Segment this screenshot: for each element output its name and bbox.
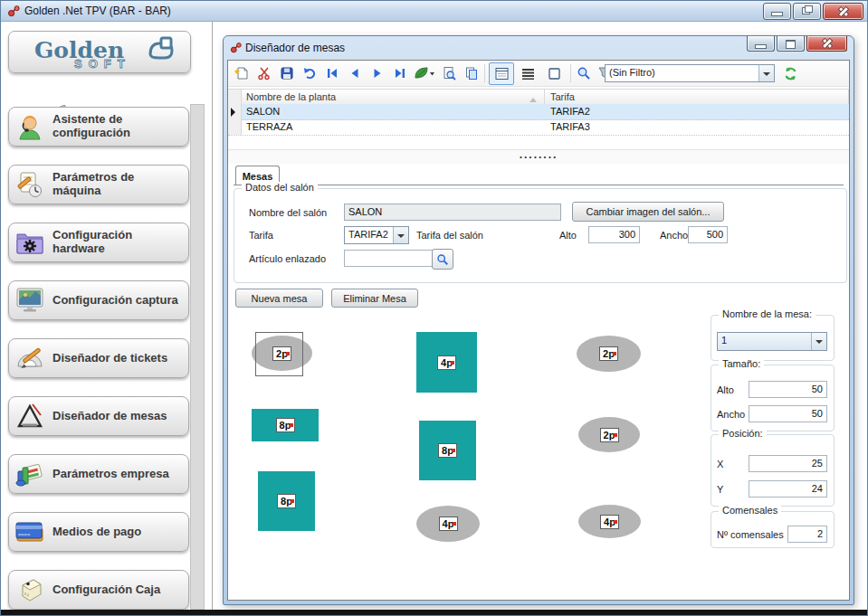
sidebar-scrollbar[interactable] [190, 104, 205, 610]
ancho-mesa-field[interactable]: 50 [749, 405, 827, 422]
main-titlebar[interactable]: Golden .Net TPV (BAR - BAR) [1, 1, 867, 22]
print-preview-icon[interactable] [441, 65, 457, 81]
mesa-table-7[interactable]: 2p [577, 336, 641, 372]
splitter-handle[interactable]: ........ [228, 149, 849, 164]
label-articulo-enlazado: Artículo enlazado [249, 253, 326, 264]
chevron-down-icon[interactable] [811, 333, 826, 350]
dialog-titlebar[interactable]: Diseñador de mesas [224, 36, 854, 60]
company-params-chart-icon [14, 460, 45, 488]
cell-planta: TERRAZA [241, 119, 545, 135]
mesa-capacity-label: 2p [272, 346, 291, 361]
sidebar-item-label: Parámetros de máquina [52, 171, 183, 197]
mesa-table-9[interactable]: 4p [578, 505, 641, 538]
next-record-icon[interactable] [369, 65, 386, 81]
mesa-table-8[interactable]: 2p [578, 417, 640, 452]
dialog-minimize-button[interactable] [747, 36, 775, 52]
sidebar-item-label: Medios de pago [52, 526, 141, 539]
filter-combobox[interactable]: (Sin Filtro) [605, 64, 775, 82]
num-comensales-field[interactable]: 2 [787, 526, 827, 543]
column-header-nombre-planta[interactable]: Nombre de la planta [241, 90, 545, 105]
copy-icon[interactable] [463, 65, 480, 81]
grid-row-terraza[interactable]: TERRAZA TARIFA3 [228, 119, 849, 136]
taskbar-strip [1, 610, 867, 615]
mesa-canvas[interactable]: 2p8p8p4p8p4p2p2p4p [228, 314, 717, 600]
filter-combobox-value: (Sin Filtro) [606, 65, 758, 81]
main-window-title: Golden .Net TPV (BAR - BAR) [24, 5, 171, 17]
column-header-tarifa[interactable]: Tarifa [545, 90, 849, 105]
main-close-button[interactable] [823, 3, 863, 20]
machine-params-icon [14, 170, 45, 199]
mesa-table-1[interactable]: 2p [252, 336, 312, 371]
sidebar-item-label: Configuración captura [52, 294, 178, 308]
save-icon[interactable] [279, 65, 295, 81]
page-view-icon[interactable] [541, 62, 567, 85]
sidebar-item-label: Configuración Caja [52, 583, 160, 597]
eliminar-mesa-button[interactable]: Eliminar Mesa [331, 289, 418, 308]
sidebar-item-parametros-maquina[interactable]: Parámetros de máquina [8, 165, 189, 204]
alto-salon-field[interactable]: 300 [588, 226, 640, 243]
dialog-title: Diseñador de mesas [245, 42, 345, 54]
goldensoft-logo-button[interactable]: Golden SOFT [8, 31, 191, 73]
mesa-table-5[interactable]: 8p [419, 421, 476, 480]
label-ancho-mesa: Ancho [717, 409, 745, 420]
sidebar-item-configuracion-hardware[interactable]: Configuración hardware [8, 223, 189, 262]
mesa-table-3[interactable]: 8p [258, 471, 315, 531]
main-restore-button[interactable] [793, 3, 821, 20]
mesa-capacity-label: 8p [438, 443, 457, 458]
svg-text:SOFT: SOFT [74, 57, 131, 71]
mesa-capacity-label: 4p [600, 515, 619, 529]
dialog-close-button[interactable] [806, 36, 847, 52]
row-indicator [228, 104, 242, 119]
mesa-table-4[interactable]: 4p [416, 332, 477, 393]
chevron-down-icon[interactable] [758, 65, 774, 81]
cell-tarifa: TARIFA3 [545, 119, 849, 135]
label-y: Y [717, 484, 723, 495]
last-record-icon[interactable] [392, 65, 408, 81]
first-record-icon[interactable] [324, 65, 340, 81]
nombre-salon-field[interactable]: SALON [344, 204, 561, 221]
sidebar-item-configuracion-caja[interactable]: Configuración Caja [8, 570, 189, 610]
dialog-maximize-button[interactable] [777, 36, 805, 52]
mesa-table-2[interactable]: 8p [252, 409, 319, 441]
search-icon[interactable] [576, 65, 592, 81]
sidebar-item-label: Diseñador de mesas [52, 410, 167, 423]
main-minimize-button[interactable] [763, 3, 791, 20]
articulo-enlazado-field[interactable] [344, 250, 434, 267]
label-num-comensales: Nº comensales [717, 529, 784, 540]
grid-indicator-header [228, 90, 242, 105]
alto-mesa-field[interactable]: 50 [749, 381, 827, 398]
sidebar-item-parametros-empresa[interactable]: Parámetros empresa [8, 454, 189, 494]
y-field[interactable]: 24 [749, 480, 827, 498]
goldensoft-logo-icon: Golden SOFT [18, 34, 181, 71]
chevron-down-icon[interactable] [393, 227, 408, 243]
dialog-disenador-de-mesas: Diseñador de mesas ★ [223, 35, 854, 605]
mouse-icon [150, 38, 172, 58]
list-view-icon[interactable] [515, 62, 540, 85]
capture-monitor-icon [14, 287, 45, 314]
new-icon[interactable]: ★ [234, 65, 250, 81]
articulo-search-button[interactable] [432, 249, 453, 270]
sidebar-item-disenador-mesas[interactable]: Diseñador de mesas [8, 396, 189, 436]
sidebar-item-label: Configuración hardware [52, 229, 183, 255]
sidebar: Golden SOFT Configuración [1, 22, 213, 610]
ancho-salon-field[interactable]: 500 [688, 226, 728, 243]
x-field[interactable]: 25 [749, 455, 827, 472]
card-view-icon[interactable] [489, 62, 514, 85]
sidebar-item-asistente-configuracion[interactable]: Asistente de configuración [8, 107, 189, 147]
mesa-table-6[interactable]: 4p [416, 506, 480, 542]
cambiar-imagen-button[interactable]: Cambiar imagen del salón... [572, 202, 724, 222]
mesa-capacity-label: 2p [600, 428, 619, 442]
previous-record-icon[interactable] [347, 65, 363, 81]
sidebar-item-disenador-tickets[interactable]: Diseñador de tickets [8, 338, 189, 378]
grid-row-salon[interactable]: SALON TARIFA2 [228, 104, 849, 120]
sidebar-item-configuracion-captura[interactable]: Configuración captura [8, 280, 189, 320]
nombre-mesa-combobox[interactable]: 1 [717, 332, 827, 351]
mesa-capacity-label: 4p [439, 516, 458, 531]
sidebar-item-medios-pago[interactable]: ≈≈≈≈ Medios de pago [8, 512, 189, 552]
refresh-icon[interactable] [782, 65, 798, 81]
undo-icon[interactable] [301, 65, 318, 81]
tarifa-combobox[interactable]: TARIFA2 [344, 226, 409, 244]
nueva-mesa-button[interactable]: Nueva mesa [235, 289, 323, 308]
cut-icon[interactable] [256, 65, 272, 81]
nature-leaf-icon[interactable] [414, 65, 435, 81]
